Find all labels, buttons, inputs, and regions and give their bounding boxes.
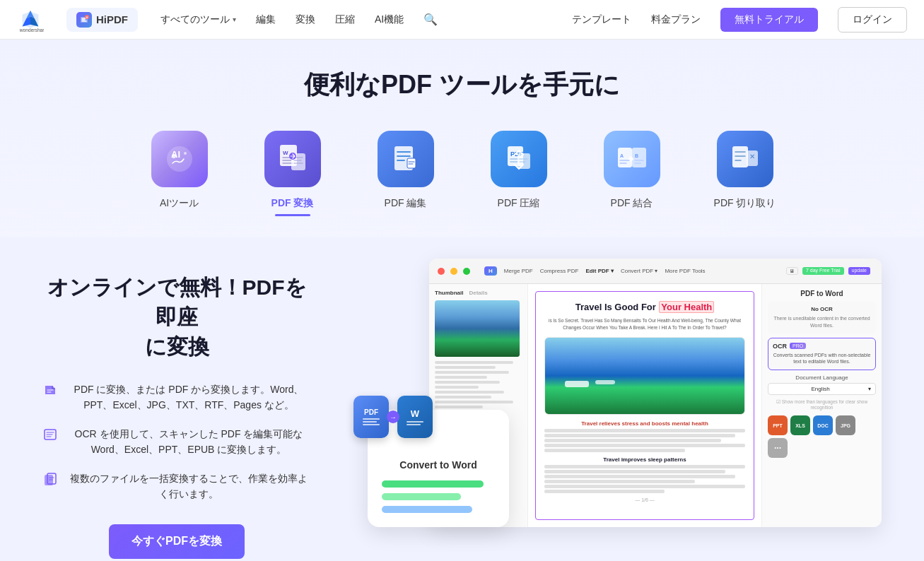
svg-text:A: A bbox=[620, 153, 624, 158]
brand-logo: wondershare bbox=[17, 6, 44, 33]
tab-thumbnail: Thumbnail bbox=[435, 290, 463, 296]
nav-ai[interactable]: AI機能 bbox=[375, 13, 404, 26]
thumbnail-image bbox=[435, 300, 520, 357]
output-more-icon: ··· bbox=[768, 438, 788, 458]
pdf-merge-label: PDF 結合 bbox=[611, 197, 653, 210]
nav-pricing[interactable]: 料金プラン bbox=[651, 13, 701, 26]
page-number: — 1/6 — bbox=[544, 497, 745, 502]
feature-item-2: OCR を使用して、スキャンした PDF を編集可能な Word、Excel、P… bbox=[42, 426, 311, 458]
svg-text:W: W bbox=[283, 150, 288, 156]
browser-nav-item-more: More PDF Tools bbox=[665, 268, 705, 274]
free-trial-button[interactable]: 無料トライアル bbox=[720, 8, 818, 32]
progress-bar-2 bbox=[382, 493, 461, 500]
content-right: PDF → W bbox=[353, 252, 882, 534]
pdf-section-2-text bbox=[544, 465, 745, 493]
tool-pdf-edit[interactable]: PDF 編集 bbox=[370, 131, 441, 210]
illustration-container: PDF → W bbox=[353, 252, 882, 534]
convert-to-word-card: PDF → W bbox=[368, 410, 509, 527]
hipdf-brand[interactable]: H HiPDF bbox=[66, 8, 138, 32]
text-line bbox=[544, 434, 735, 437]
pdf-section-2-title: Travel improves sleep patterns bbox=[544, 456, 745, 463]
pdf-travel-title: Travel Is Good For Your Health bbox=[544, 300, 745, 313]
pdf-page: Travel Is Good For Your Health is Is So … bbox=[535, 291, 754, 520]
text-line bbox=[544, 449, 685, 452]
text-line bbox=[544, 475, 735, 478]
text-line bbox=[544, 465, 745, 468]
svg-point-15 bbox=[410, 153, 413, 156]
hipdf-browser-logo: H bbox=[484, 266, 497, 276]
browser-device-icon: 🖥 bbox=[786, 267, 798, 275]
text-line bbox=[544, 439, 721, 442]
thumbnail-tabs: Thumbnail Details bbox=[435, 290, 522, 296]
browser-nav-item-convert: Convert PDF ▾ bbox=[621, 268, 657, 274]
nav-edit[interactable]: 編集 bbox=[256, 13, 276, 26]
word-dest-icon: W bbox=[397, 396, 433, 438]
tool-pdf-convert[interactable]: W PDF 変換 bbox=[257, 131, 328, 216]
ai-tool-label: AIツール bbox=[160, 197, 199, 210]
thumbnail-foreground bbox=[435, 340, 520, 357]
pdf-convert-feature-icon bbox=[42, 382, 58, 398]
pdf-thumbnail bbox=[435, 300, 520, 357]
tool-ai[interactable]: AI AIツール bbox=[144, 131, 215, 210]
settings-title: PDF to Word bbox=[768, 290, 876, 297]
ocr-desc: Converts scanned PDFs with non-selectabl… bbox=[773, 352, 871, 366]
pdf-section-1-text bbox=[544, 429, 745, 452]
feature-item-3: 複数のファイルを一括変換することで、作業を効率よく行います。 bbox=[42, 471, 311, 502]
text-line bbox=[544, 480, 695, 483]
travel-image-bg bbox=[545, 338, 744, 414]
update-badge: update bbox=[848, 267, 870, 275]
nav-links: すべてのツール ▾ 編集 変換 圧縮 AI機能 🔍 bbox=[160, 13, 549, 26]
ocr-header: OCR PRO bbox=[773, 343, 871, 350]
svg-rect-21 bbox=[632, 148, 646, 167]
svg-point-8 bbox=[184, 152, 187, 155]
feature-item-1: PDF に変換、または PDF から変換します。Word、PPT、Excel、J… bbox=[42, 382, 311, 413]
nav-convert[interactable]: 変換 bbox=[296, 13, 315, 26]
text-line bbox=[544, 490, 665, 493]
pdf-convert-label: PDF 変換 bbox=[271, 197, 314, 210]
svg-text:AI: AI bbox=[171, 149, 180, 160]
nav-compress[interactable]: 圧縮 bbox=[335, 13, 355, 26]
pdf-travel-image bbox=[544, 337, 745, 415]
browser-nav-actions: 🖥 7 day Free Trial update bbox=[786, 267, 870, 275]
login-button[interactable]: ログイン bbox=[838, 7, 907, 33]
output-format-icons: PPT XLS DOC JPG ··· bbox=[768, 415, 876, 458]
nav-all-tools[interactable]: すべてのツール ▾ bbox=[160, 13, 236, 26]
thumb-line-1 bbox=[435, 361, 513, 364]
hero-section: 便利なPDF ツールを手元に AI AIツール W bbox=[0, 40, 924, 561]
thumb-line-4 bbox=[435, 376, 487, 379]
progress-bar-3 bbox=[382, 506, 472, 513]
content-left: オンラインで無料！PDFを即座 に変換 PDF に変換、または PDF から変換… bbox=[42, 252, 311, 559]
convert-card-content: Convert to Word bbox=[382, 459, 495, 513]
nav-templates[interactable]: テンプレート bbox=[572, 13, 631, 26]
browser-nav-item-compress: Compress PDF bbox=[540, 268, 579, 274]
svg-rect-14 bbox=[407, 158, 416, 168]
svg-text:wondershare: wondershare bbox=[19, 28, 44, 33]
pdf-section-2: Travel improves sleep patterns bbox=[544, 456, 745, 493]
tool-pdf-compress[interactable]: PDF PDF 圧縮 bbox=[484, 131, 554, 210]
browser-dot-min bbox=[450, 268, 457, 275]
browser-bar: H Merge PDF Compress PDF Edit PDF ▾ Conv… bbox=[429, 259, 882, 284]
thumb-line-3 bbox=[435, 371, 509, 374]
pdf-compress-icon: PDF bbox=[491, 131, 547, 187]
active-indicator bbox=[275, 214, 310, 216]
output-xls-icon: XLS bbox=[790, 415, 810, 435]
pdf-cut-label: PDF 切り取り bbox=[714, 197, 776, 210]
pdf-compress-label: PDF 圧縮 bbox=[498, 197, 540, 210]
search-icon[interactable]: 🔍 bbox=[423, 13, 438, 26]
batch-feature-icon bbox=[42, 471, 58, 487]
thumb-line-2 bbox=[435, 366, 496, 369]
ai-tool-icon: AI bbox=[151, 131, 208, 187]
boat-2 bbox=[595, 380, 615, 384]
tool-pdf-merge[interactable]: A B PDF 結合 bbox=[597, 131, 667, 210]
cta-button[interactable]: 今すぐPDFを変換 bbox=[109, 524, 245, 559]
chevron-down-icon: ▾ bbox=[233, 16, 236, 23]
doc-language-section: Document Language English ▾ bbox=[768, 374, 876, 395]
output-ppt-icon: PPT bbox=[768, 415, 788, 435]
svg-text:B: B bbox=[635, 153, 638, 158]
text-line bbox=[544, 485, 745, 488]
language-selector[interactable]: English ▾ bbox=[768, 383, 876, 395]
pdf-intro-text: is Is So Secret. Travel Has So Many Bens… bbox=[544, 317, 745, 331]
tool-pdf-cut[interactable]: ✕ PDF 切り取り bbox=[710, 131, 780, 210]
thumb-line-10 bbox=[435, 406, 483, 408]
pdf-main-content: Travel Is Good For Your Health is Is So … bbox=[528, 284, 761, 527]
